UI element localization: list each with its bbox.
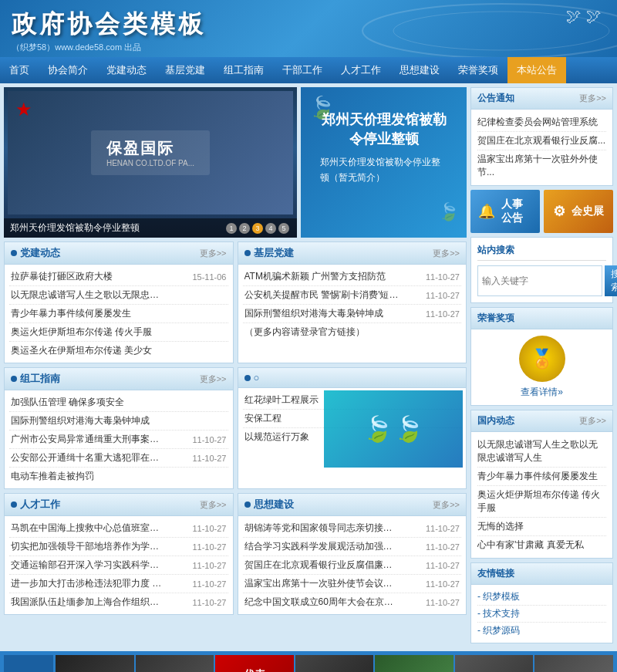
news-link[interactable]: 红花绿叶工程展示: [244, 393, 319, 407]
banner-item[interactable]: 代表大会 代表大会: [215, 655, 294, 672]
nav-item-home[interactable]: 首页: [0, 57, 39, 83]
news-link[interactable]: 青少年暴力事件续何屡屡发生: [11, 307, 131, 320]
news-date: 11-10-27: [426, 291, 460, 300]
domestic-more[interactable]: 更多>>: [579, 415, 606, 427]
list-item[interactable]: 无悔的选择: [477, 518, 606, 536]
news-link[interactable]: 国际刑警组织对港海大毒枭钟坤成: [244, 307, 383, 320]
list-item[interactable]: 青少年暴力事件续何屡屡发生: [477, 468, 606, 486]
news-link[interactable]: 广州市公安局异常通缉重大刑事案件在逃人员: [11, 433, 165, 446]
list-item[interactable]: 奥运火炬伊斯坦布尔传递 传火手服: [477, 486, 606, 518]
dot-3[interactable]: 3: [252, 223, 263, 234]
dot-1[interactable]: 1: [226, 223, 237, 234]
history-button[interactable]: ⚙ 会史展: [544, 190, 613, 233]
banner-item[interactable]: 🏆 中日丈好贡献奖: [136, 655, 214, 672]
guide-right-header: ○: [238, 368, 467, 388]
news-link[interactable]: 马凯在中国海上搜救中心总值班室听取汇报: [11, 522, 165, 535]
news-date: 11-10-27: [192, 561, 226, 570]
title-dot: [244, 501, 251, 508]
list-item: 贺国庄在北京观看银行业反腐倡廉警示教育展 11-10-27: [243, 556, 462, 575]
news-link[interactable]: 贺国庄在北京观看银行业反腐倡廉警示教育展: [244, 559, 399, 572]
news-date: 11-10-27: [192, 542, 226, 552]
ideology-title: 思想建设: [244, 498, 294, 512]
nav-item-party[interactable]: 党建动态: [97, 57, 156, 83]
list-item[interactable]: 以无限忠诚谱写人生之歌以无限忠诚谱写人生: [477, 436, 606, 468]
news-link[interactable]: 以规范运行万象: [244, 431, 309, 444]
notice-more[interactable]: 更多>>: [579, 93, 606, 104]
domestic-title: 国内动态: [477, 414, 514, 427]
news-link[interactable]: 公安机关提醒市民 警惕'刷卡消费'短信诈: [244, 289, 399, 302]
news-link[interactable]: 电动车推着走被拘罚: [11, 470, 94, 483]
news-link[interactable]: 以无限忠诚谱写人生之歌以无限忠诚谱写人生: [11, 289, 165, 302]
slideshow[interactable]: 保盈国际 HENAN CO.LTD.OF PA... ★ 郑州天价理发馆被勒令停…: [4, 87, 297, 238]
banner-item[interactable]: 🏪 市民、商家: [534, 655, 613, 672]
list-item: ATM机骗术新颖 广州警方支招防范 11-10-27: [243, 268, 462, 286]
list-item: 我国派队伍赴缅参加上海合作组织联合救灾演 11-10-27: [9, 593, 228, 611]
nav-item-grassroots[interactable]: 基层党建: [156, 57, 214, 83]
list-item: 公安部公开通缉十名重大逃犯罪在逃人员 11-10-27: [9, 449, 228, 468]
news-link[interactable]: 加强队伍管理 确保多项安全: [11, 396, 124, 409]
dot-4[interactable]: 4: [265, 223, 276, 234]
search-button[interactable]: 搜索: [605, 265, 617, 296]
grassroots-more[interactable]: 更多>>: [433, 248, 460, 259]
news-link[interactable]: （更多内容请登录官方链接）: [244, 326, 365, 339]
guide-right-title: ○: [244, 372, 260, 383]
dot-2[interactable]: 2: [239, 223, 250, 234]
search-input[interactable]: [477, 265, 602, 296]
honor-title: 荣誉奖项: [477, 312, 514, 325]
dot-5[interactable]: 5: [278, 223, 289, 234]
news-link[interactable]: 交通运输部召开深入学习实践科学发展观活动: [11, 559, 165, 572]
banner-image: 🏆: [136, 655, 214, 672]
link-item-1[interactable]: - 织梦模板: [477, 589, 606, 606]
news-link[interactable]: 奥运圣火在伊斯坦布尔传递 美少女: [11, 344, 152, 357]
site-header: 政府协会类模板 （织梦58）www.dede58.com 出品 🕊 🕊: [0, 0, 617, 57]
list-item[interactable]: 心中有家'甘肃藏 真爱无私: [477, 536, 606, 554]
list-item[interactable]: 纪律检查委员会网站管理系统: [477, 113, 606, 132]
banner-item[interactable]: 👥 利会: [56, 655, 134, 672]
news-link[interactable]: 切实把加强领导干部地培养作为学习实践活: [11, 540, 165, 553]
guide-more[interactable]: 更多>>: [200, 373, 227, 385]
nav-item-honor[interactable]: 荣誉奖项: [449, 57, 507, 83]
news-link[interactable]: 温家宝出席第十一次驻外使节会议并讲话: [244, 577, 399, 590]
nav-item-about[interactable]: 协会简介: [39, 57, 97, 83]
nav-item-notice[interactable]: 本站公告: [507, 57, 566, 83]
nav-item-talent[interactable]: 人才工作: [332, 57, 390, 83]
news-link[interactable]: 胡锦涛等党和国家领导同志亲切接见了会议代: [244, 522, 399, 535]
talent-more[interactable]: 更多>>: [200, 499, 227, 511]
grassroots-block: 基层党建 更多>> ATM机骗术新颖 广州警方支招防范 11-10-27 公安机…: [238, 241, 467, 363]
list-item[interactable]: 贺国庄在北京观看银行业反腐...: [477, 132, 606, 150]
news-link[interactable]: 国际刑警组织对港海大毒枭钟坤成: [11, 414, 150, 427]
nav-item-cadre[interactable]: 干部工作: [273, 57, 332, 83]
nav-item-guide[interactable]: 组工指南: [214, 57, 273, 83]
news-link[interactable]: 奥运火炬伊斯坦布尔传递 传火手服: [11, 326, 152, 339]
nav-item-ideology[interactable]: 思想建设: [390, 57, 449, 83]
link-item-3[interactable]: - 织梦源码: [477, 623, 606, 639]
history-icon: ⚙: [553, 203, 565, 220]
banner-item[interactable]: 👮 公安机关提醒市: [375, 655, 453, 672]
party-dynamics-more[interactable]: 更多>>: [200, 248, 227, 259]
news-link[interactable]: ATM机骗术新颖 广州警方支招防范: [244, 270, 386, 283]
news-link[interactable]: 纪念中国文联成立60周年大会在京召开: [244, 596, 399, 609]
news-link[interactable]: 安保工程: [244, 412, 282, 425]
honor-detail-link[interactable]: 查看详情»: [521, 387, 563, 397]
news-link[interactable]: 我国派队伍赴缅参加上海合作组织联合救灾演: [11, 596, 165, 609]
list-item[interactable]: 温家宝出席第十一次驻外外使节...: [477, 150, 606, 181]
domestic-header: 国内动态 更多>>: [471, 410, 612, 432]
banner-item[interactable]: 💳 ATM机骗术新颖: [295, 655, 374, 672]
person-affair-button[interactable]: 🔔 人事公告: [470, 190, 540, 233]
person-icon: 🔔: [478, 203, 495, 220]
history-label: 会史展: [571, 204, 604, 218]
list-item: 红花绿叶工程展示: [243, 391, 462, 410]
slide-dots: 1 2 3 4 5: [226, 223, 289, 234]
news-date: 11-10-27: [192, 454, 226, 463]
left-column: 保盈国际 HENAN CO.LTD.OF PA... ★ 郑州天价理发馆被勒令停…: [4, 87, 467, 647]
news-link[interactable]: 结合学习实践科学发展观活动加强和改进党的: [244, 540, 399, 553]
guide-header: 组工指南 更多>>: [5, 368, 233, 390]
news-link[interactable]: 进一步加大打击涉枪违法犯罪力度 公安部鱼: [11, 577, 165, 590]
news-link[interactable]: 公安部公开通缉十名重大逃犯罪在逃人员: [11, 451, 165, 464]
ideology-more[interactable]: 更多>>: [433, 499, 460, 511]
honor-block: 荣誉奖项 🏅 查看详情»: [470, 307, 613, 406]
banner-item[interactable]: 📞 固话欠费'诈: [455, 655, 534, 672]
news-date: 11-10-27: [426, 524, 460, 533]
link-item-2[interactable]: - 技术支持: [477, 606, 606, 623]
news-link[interactable]: 拉萨暴徒打砸区政府大楼: [11, 270, 113, 283]
